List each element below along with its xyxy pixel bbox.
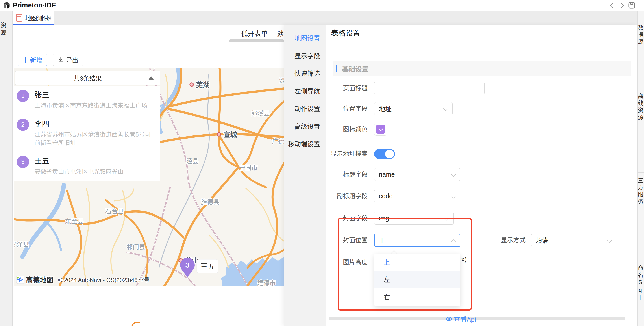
- location-field-value: 地址: [379, 104, 392, 113]
- dropdown-option-top[interactable]: 上: [374, 254, 460, 271]
- map-label: 溧阳: [279, 77, 284, 84]
- record-address: 上海市黄浦区南京东路街道上海来福士广场: [34, 102, 156, 110]
- chevron-down-icon: [451, 172, 456, 177]
- result-count-bar[interactable]: 共3条结果: [15, 71, 160, 85]
- application-window: Primeton-IDE 资源 地图测试* 低开表单 默 新增: [0, 0, 644, 326]
- toolbar-item-default-clipped[interactable]: 默: [277, 28, 284, 38]
- record-row[interactable]: 3 王五 安徽省黄山市屯溪区屯光镇麻雀山: [14, 152, 160, 181]
- history-back-icon[interactable]: [610, 3, 615, 8]
- export-button[interactable]: 导出: [53, 54, 83, 66]
- left-panel-rail[interactable]: 资源: [0, 11, 12, 326]
- record-address: 安徽省黄山市屯溪区屯光镇麻雀山: [34, 168, 156, 176]
- tab-map-test[interactable]: 地图测试*: [12, 11, 54, 25]
- nav-map-settings[interactable]: 地图设置: [284, 30, 326, 47]
- address-search-toggle[interactable]: [374, 149, 395, 159]
- record-name: 李四: [34, 118, 156, 129]
- map-label: 广德市: [272, 138, 284, 145]
- map-label: 建德市: [257, 280, 276, 286]
- rail-tab-datasource[interactable]: 数据源: [638, 25, 644, 46]
- export-button-label: 导出: [66, 56, 78, 64]
- add-button[interactable]: 新增: [18, 54, 47, 66]
- map-label: 旌德县: [201, 199, 219, 206]
- tab-bar: 地图测试*: [12, 11, 644, 25]
- copyright-text: © 2024 AutoNavi - GS(2023)4677号: [58, 277, 150, 283]
- view-api-link[interactable]: 查看Api: [284, 314, 638, 323]
- record-name: 王五: [34, 156, 156, 166]
- divider: [638, 172, 644, 173]
- cover-position-label: 封面位置: [284, 234, 368, 247]
- canvas-scrollbar-thumb[interactable]: [229, 40, 284, 42]
- subtitle-field-select[interactable]: code: [374, 190, 460, 202]
- location-field-select[interactable]: 地址: [374, 102, 452, 115]
- marker-popup-label: 王五: [200, 262, 214, 270]
- subtitle-field-value: code: [379, 192, 393, 200]
- chevron-down-icon: [607, 238, 612, 243]
- display-mode-value: 填满: [536, 236, 549, 245]
- record-row[interactable]: 2 李四 江苏省苏州市姑苏区沧浪街道西善长巷5号司前街看守所旧址: [14, 115, 160, 152]
- map-marker-popup[interactable]: 王五: [197, 260, 218, 273]
- cover-position-dropdown: 上 左 右: [374, 254, 460, 306]
- nav-display-fields[interactable]: 显示字段: [284, 47, 326, 65]
- image-height-label: 图片高度: [284, 256, 368, 269]
- section-basic-settings: 基础设置: [334, 61, 631, 76]
- map-label: 祁门县: [127, 244, 145, 251]
- map-label: 芜湖: [196, 81, 210, 89]
- history-forward-icon[interactable]: [619, 3, 625, 8]
- download-icon: [58, 57, 64, 63]
- color-swatch: [376, 125, 385, 134]
- map-label: 宁国市: [239, 164, 258, 171]
- add-button-label: 新增: [30, 56, 42, 64]
- divider: [638, 89, 644, 90]
- view-api-text: 查看Api: [454, 314, 476, 324]
- record-index-badge: 3: [17, 156, 29, 168]
- chevron-down-icon: [444, 216, 450, 221]
- chevron-down-icon: [443, 106, 448, 111]
- chevron-down-icon: [378, 127, 383, 131]
- map-label: 泾县: [186, 158, 198, 165]
- active-tab-underline: [12, 24, 54, 25]
- nav-quick-filter[interactable]: 快速筛选: [284, 65, 326, 82]
- map-label: 东至县: [65, 218, 84, 225]
- map-label: 石台县: [105, 208, 124, 215]
- rail-tab-thirdparty-services[interactable]: 三方服务: [638, 178, 644, 206]
- divider: [638, 262, 644, 262]
- page-title-label: 页面标题: [284, 82, 368, 95]
- map-label: 彭泽县: [14, 241, 29, 248]
- record-row[interactable]: 1 张三 上海市黄浦区南京东路街道上海来福士广场: [14, 86, 160, 115]
- dropdown-option-right[interactable]: 右: [374, 288, 460, 306]
- chevron-down-icon: [451, 194, 456, 199]
- amap-logo-text: 高德地图: [26, 276, 53, 284]
- location-field-label: 位置字段: [284, 102, 368, 116]
- title-field-select[interactable]: name: [374, 168, 460, 181]
- record-index-badge: 2: [17, 118, 29, 131]
- display-mode-label: 显示方式: [442, 234, 526, 247]
- marker-number: 3: [186, 261, 190, 269]
- title-field-value: name: [379, 171, 395, 178]
- image-height-suffix-fragment: x): [461, 256, 467, 263]
- result-count-text: 共3条结果: [74, 74, 102, 82]
- icon-color-picker[interactable]: [374, 123, 387, 136]
- icon-color-label: 图标颜色: [284, 123, 368, 136]
- map-attribution: 高德地图 © 2024 AutoNavi - GS(2023)4677号: [16, 276, 150, 284]
- right-panel-rail: 数据源 离线资源 三方服务 命名Sql: [638, 11, 644, 326]
- cover-field-select[interactable]: img: [374, 212, 454, 225]
- page-title-input[interactable]: [374, 82, 484, 94]
- settings-drawer: 地图设置 显示字段 快速筛选 左侧导航 动作设置 高级设置 移动端设置 表格设置…: [284, 25, 638, 326]
- rail-tab-offline-resources[interactable]: 离线资源: [638, 93, 644, 121]
- divider: [331, 42, 632, 42]
- toolbar-item-lowcode-form[interactable]: 低开表单: [241, 28, 268, 38]
- app-logo-icon: [3, 2, 10, 10]
- address-search-label: 显示地址搜索: [284, 147, 368, 160]
- dropdown-option-left[interactable]: 左: [374, 271, 460, 288]
- save-icon[interactable]: [628, 2, 635, 9]
- eye-icon: [446, 316, 452, 322]
- subtitle-field-label: 副标题字段: [284, 190, 368, 203]
- rail-tab-named-sql[interactable]: 命名Sql: [638, 265, 644, 302]
- left-rail-label[interactable]: 资源: [0, 22, 7, 38]
- title-field-label: 标题字段: [284, 168, 368, 181]
- close-icon[interactable]: [46, 16, 51, 20]
- cover-position-value: 上: [379, 236, 386, 245]
- display-mode-select[interactable]: 填满: [531, 234, 616, 246]
- section-title: 基础设置: [342, 64, 368, 73]
- title-bar: Primeton-IDE: [0, 0, 644, 11]
